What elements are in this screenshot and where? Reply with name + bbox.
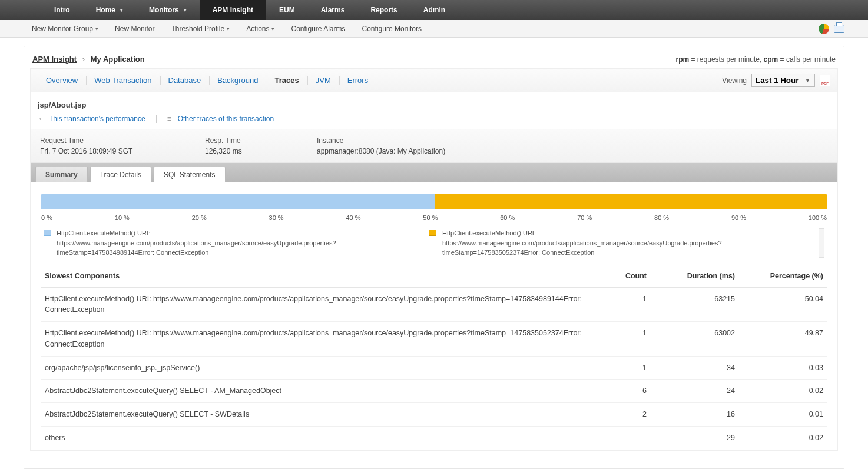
pie-chart-icon[interactable] <box>819 24 829 34</box>
resp-time-label: Resp. Time <box>205 135 317 146</box>
chevron-down-icon: ▾ <box>184 7 187 13</box>
subtab-trace-details[interactable]: Trace Details <box>90 167 151 182</box>
table-row: AbstractJdbc2Statement.executeQuery() SE… <box>41 403 827 427</box>
link-transaction-performance[interactable]: This transaction's performance <box>49 115 145 123</box>
chevron-down-icon: ▾ <box>227 26 230 32</box>
subtab-sql-statements[interactable]: SQL Statements <box>154 167 226 182</box>
tab-database[interactable]: Database <box>160 72 210 88</box>
breadcrumb-current: My Application <box>91 55 145 64</box>
subnav-actions[interactable]: Actions▾ <box>238 25 283 33</box>
viewing-select[interactable]: Last 1 Hour <box>751 74 815 87</box>
sub-nav: New Monitor Group▾ New Monitor Threshold… <box>0 20 868 38</box>
subnav-configure-monitors[interactable]: Configure Monitors <box>354 25 430 33</box>
tab-background[interactable]: Background <box>209 72 266 88</box>
nav-admin[interactable]: Admin <box>410 0 458 20</box>
legend-text-2: HttpClient.executeMethod() URI: https://… <box>442 228 797 258</box>
chevron-down-icon: ▾ <box>120 7 123 13</box>
th-duration: Duration (ms) <box>650 265 738 288</box>
nav-apm-insight[interactable]: APM Insight <box>200 0 266 20</box>
x-axis-ticks: 0 % 10 % 20 % 30 % 40 % 50 % 60 % 70 % 8… <box>41 214 827 221</box>
nav-alarms[interactable]: Alarms <box>308 0 358 20</box>
tab-overview[interactable]: Overview <box>38 72 86 88</box>
chevron-down-icon: ▾ <box>271 26 274 32</box>
inner-tabs: Overview Web Transaction Database Backgr… <box>38 72 376 88</box>
subnav-new-monitor-group[interactable]: New Monitor Group▾ <box>24 25 107 33</box>
th-percentage: Percentage (%) <box>738 265 827 288</box>
divider <box>156 115 157 123</box>
printer-icon[interactable] <box>834 25 844 33</box>
subnav-new-monitor[interactable]: New Monitor <box>107 25 163 33</box>
main-card: APM Insight › My Application rpm = reque… <box>24 46 844 469</box>
request-time-label: Request Time <box>40 135 205 146</box>
subnav-configure-alarms[interactable]: Configure Alarms <box>283 25 353 33</box>
tab-traces[interactable]: Traces <box>267 72 307 88</box>
chevron-down-icon: ▾ <box>95 26 98 32</box>
th-component: Slowest Components <box>41 265 585 288</box>
request-time-value: Fri, 7 Oct 2016 18:09:49 SGT <box>40 146 205 157</box>
legend-swatch-amber <box>429 230 436 236</box>
breadcrumb: APM Insight › My Application <box>32 55 145 64</box>
resp-time-value: 126,320 ms <box>205 146 317 157</box>
legend-text: rpm = requests per minute, cpm = calls p… <box>676 55 836 64</box>
tab-jvm[interactable]: JVM <box>307 72 339 88</box>
instance-value: appmanager:8080 (Java: My Application) <box>317 146 828 157</box>
stacked-bar <box>41 194 827 209</box>
subtab-summary[interactable]: Summary <box>35 167 88 182</box>
tab-web-transaction[interactable]: Web Transaction <box>86 72 160 88</box>
th-count: Count <box>585 265 650 288</box>
nav-monitors[interactable]: Monitors▾ <box>136 0 200 20</box>
legend-swatch-blue <box>44 230 51 236</box>
subnav-threshold-profile[interactable]: Threshold Profile▾ <box>163 25 238 33</box>
bar-segment-2 <box>435 194 827 209</box>
breadcrumb-root[interactable]: APM Insight <box>32 55 77 64</box>
bar-segment-1 <box>41 194 435 209</box>
nav-reports[interactable]: Reports <box>357 0 410 20</box>
top-nav: Intro Home▾ Monitors▾ APM Insight EUM Al… <box>0 0 868 20</box>
legend-scrollbar[interactable] <box>819 228 824 258</box>
arrow-left-icon: ← <box>38 114 45 123</box>
tab-errors[interactable]: Errors <box>339 72 376 88</box>
table-row: others 29 0.02 <box>41 426 827 450</box>
legend-text-1: HttpClient.executeMethod() URI: https://… <box>57 228 412 258</box>
slowest-components-table: Slowest Components Count Duration (ms) P… <box>41 265 827 450</box>
nav-home[interactable]: Home▾ <box>83 0 136 20</box>
list-icon: ≡ <box>167 115 174 123</box>
sub-tabs: Summary Trace Details SQL Statements <box>31 163 837 182</box>
table-row: HttpClient.executeMethod() URI: https://… <box>41 287 827 322</box>
chart-area: 0 % 10 % 20 % 30 % 40 % 50 % 60 % 70 % 8… <box>31 182 837 225</box>
pdf-export-icon[interactable] <box>820 75 830 86</box>
table-row: org/apache/jsp/jsp/licenseinfo_jsp._jspS… <box>41 356 827 380</box>
chart-legend: HttpClient.executeMethod() URI: https://… <box>31 225 837 259</box>
instance-label: Instance <box>317 135 828 146</box>
link-other-traces[interactable]: Other traces of this transaction <box>178 115 274 123</box>
nav-intro[interactable]: Intro <box>41 0 83 20</box>
viewing-label: Viewing <box>722 76 747 85</box>
trace-info-box: Request Time Fri, 7 Oct 2016 18:09:49 SG… <box>31 129 837 163</box>
table-row: AbstractJdbc2Statement.executeQuery() SE… <box>41 380 827 403</box>
nav-eum[interactable]: EUM <box>266 0 308 20</box>
trace-title: jsp/About.jsp <box>31 92 837 114</box>
table-row: HttpClient.executeMethod() URI: https://… <box>41 322 827 357</box>
